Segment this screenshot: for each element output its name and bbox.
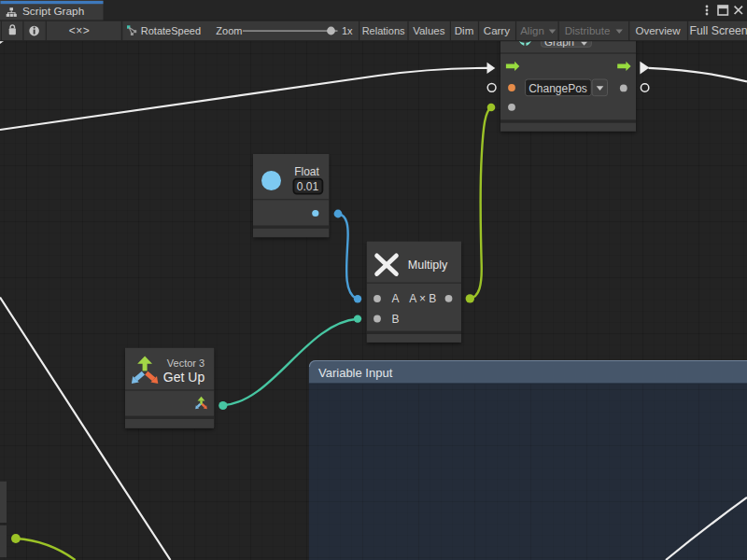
svg-text:Get Up: Get Up (163, 370, 205, 385)
svg-text:Overview: Overview (636, 25, 682, 36)
svg-text:1x: 1x (342, 25, 353, 36)
svg-text:0.01: 0.01 (297, 180, 319, 193)
svg-text:Dim: Dim (455, 25, 473, 36)
svg-text:Script Graph: Script Graph (22, 5, 84, 18)
svg-text:Relations: Relations (362, 25, 405, 36)
svg-text:A × B: A × B (409, 292, 436, 305)
svg-text:Multiply: Multiply (408, 259, 448, 272)
svg-text:Carry: Carry (484, 25, 510, 36)
svg-text:Float: Float (294, 165, 319, 178)
svg-text:<×>: <×> (69, 24, 91, 37)
svg-text:A: A (391, 292, 399, 305)
svg-text:B: B (391, 313, 399, 326)
svg-text:Variable Input: Variable Input (318, 366, 393, 380)
svg-text:ChangePos: ChangePos (529, 82, 587, 95)
svg-text:Distribute: Distribute (565, 25, 611, 36)
svg-text:Align: Align (520, 25, 544, 36)
svg-text:Values: Values (413, 25, 445, 36)
svg-text:Full Screen: Full Screen (690, 24, 747, 37)
svg-text:RotateSpeed: RotateSpeed (141, 25, 201, 36)
svg-text:Zoom: Zoom (216, 25, 242, 36)
svg-text:Vector 3: Vector 3 (167, 357, 204, 369)
